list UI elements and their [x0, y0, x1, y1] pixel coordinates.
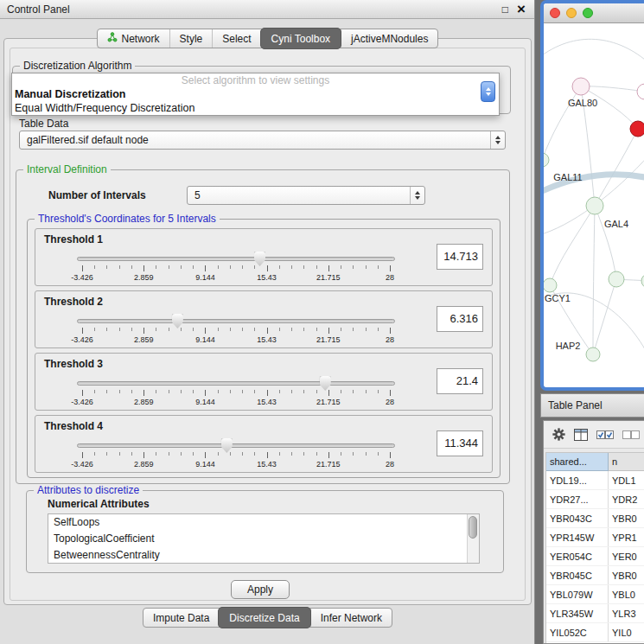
- network-window-titlebar[interactable]: [544, 3, 644, 23]
- slider-tick-labels: -3.4262.8599.14415.4321.71528: [82, 460, 390, 469]
- algorithm-dropdown-popup: Select algorithm to view settings Manual…: [11, 73, 500, 116]
- table-data-combo-value: galFiltered.sif default node: [27, 131, 149, 149]
- tab-select[interactable]: Select: [212, 29, 260, 48]
- close-icon[interactable]: ×: [517, 1, 526, 18]
- table-panel: shared...n YDL19...YDL1YDR27...YDR2YBR04…: [543, 420, 644, 644]
- threshold-value-field[interactable]: 14.713: [437, 244, 483, 270]
- network-node[interactable]: [630, 121, 644, 137]
- network-node[interactable]: [609, 271, 624, 287]
- algorithm-group-title: Discretization Algorithm: [20, 60, 135, 72]
- bottom-tab-bar-row: Impute DataDiscretize DataInfer Network: [0, 608, 535, 628]
- table-row[interactable]: YLR345WYLR3: [546, 604, 644, 623]
- tab-cyni-toolbox[interactable]: Cyni Toolbox: [260, 28, 341, 49]
- algorithm-combo-button[interactable]: [481, 81, 495, 102]
- threshold-slider[interactable]: -3.4262.8599.14415.4321.71528: [77, 252, 395, 284]
- network-node[interactable]: [544, 278, 557, 292]
- attribute-list[interactable]: SelfLoopsTopologicalCoefficientBetweenne…: [48, 513, 480, 564]
- slider-handle[interactable]: [254, 252, 265, 266]
- network-node-label: GCY1: [545, 293, 571, 303]
- slider-ticks: [82, 328, 390, 335]
- threshold-label: Threshold 1: [44, 233, 103, 245]
- table-cell: YLR345W: [546, 604, 609, 622]
- table-row[interactable]: YDR27...YDR2: [546, 490, 644, 509]
- threshold-slider[interactable]: -3.4262.8599.14415.4321.71528: [77, 376, 395, 409]
- interval-definition-title: Interval Definition: [23, 163, 111, 175]
- table-row[interactable]: YER054CYER0: [546, 547, 644, 566]
- number-of-intervals-label: Number of Intervals: [48, 189, 146, 201]
- table-header-row: shared...n: [546, 453, 644, 471]
- tab-network[interactable]: Network: [98, 29, 169, 48]
- table-cell: YDL1: [609, 471, 644, 489]
- slider-track: [77, 443, 395, 448]
- list-scrollbar[interactable]: [467, 514, 479, 563]
- table-cell: YIL0: [609, 623, 644, 641]
- slider-handle[interactable]: [221, 438, 233, 453]
- tab-jactivemnodules[interactable]: jActiveMNodules: [341, 29, 437, 48]
- zoom-window-button[interactable]: [583, 8, 593, 18]
- number-of-intervals-combo[interactable]: 5: [187, 186, 425, 205]
- stepper-down-icon: [486, 92, 491, 96]
- control-panel-titlebar: Control Panel □ ×: [0, 0, 534, 19]
- network-node[interactable]: [586, 348, 600, 361]
- slider-tick-labels: -3.4262.8599.14415.4321.71528: [82, 273, 390, 282]
- table-row[interactable]: YPR145WYPR1: [546, 528, 644, 547]
- tab-discretize-data[interactable]: Discretize Data: [218, 607, 310, 628]
- network-node[interactable]: [586, 197, 603, 214]
- threshold-slider[interactable]: -3.4262.8599.14415.4321.71528: [77, 438, 395, 471]
- network-node[interactable]: [637, 84, 644, 99]
- network-node[interactable]: [572, 78, 590, 95]
- popup-option[interactable]: Equal Width/Frequency Discretization: [12, 101, 499, 115]
- apply-button[interactable]: Apply: [231, 580, 290, 599]
- tab-impute-data[interactable]: Impute Data: [143, 609, 219, 627]
- network-node-label: GAL4: [604, 219, 628, 229]
- thresholds-group: Threshold's Coordinates for 5 Intervals …: [27, 219, 501, 478]
- table-row[interactable]: YDL19...YDL1: [546, 471, 644, 490]
- table-row[interactable]: YBR045CYBR0: [546, 566, 644, 585]
- columns-icon[interactable]: [574, 429, 588, 441]
- threshold-label: Threshold 3: [44, 358, 103, 370]
- table-row[interactable]: YBR043CYBR0: [546, 509, 644, 528]
- attributes-group: Attributes to discretize Numerical Attri…: [26, 490, 504, 573]
- list-item[interactable]: SelfLoops: [48, 514, 479, 531]
- table-cell: YBR0: [609, 509, 644, 527]
- node-table: shared...n YDL19...YDL1YDR27...YDR2YBR04…: [545, 452, 644, 643]
- slider-track: [77, 319, 395, 323]
- threshold-value-field[interactable]: 11.344: [437, 430, 483, 456]
- algorithm-popup-options: Manual DiscretizationEqual Width/Frequen…: [12, 87, 499, 115]
- popup-option[interactable]: Manual Discretization: [12, 87, 499, 101]
- attributes-group-title: Attributes to discretize: [34, 484, 143, 496]
- minimize-window-button[interactable]: [566, 8, 577, 18]
- table-data-combo[interactable]: galFiltered.sif default node: [19, 131, 506, 150]
- tab-style[interactable]: Style: [169, 29, 213, 48]
- column-header[interactable]: shared...: [546, 453, 609, 471]
- tab-label: Cyni Toolbox: [271, 33, 330, 45]
- float-window-icon[interactable]: □: [502, 3, 508, 16]
- table-row[interactable]: YIL052CYIL0: [546, 623, 644, 642]
- threshold-value-field[interactable]: 6.316: [437, 306, 483, 332]
- gear-icon[interactable]: [552, 428, 565, 441]
- threshold-slider[interactable]: -3.4262.8599.14415.4321.71528: [77, 314, 395, 347]
- network-canvas[interactable]: GAL80GAL11GAL4GCY1HAP2: [544, 23, 644, 367]
- slider-handle[interactable]: [320, 376, 331, 391]
- list-item[interactable]: TopologicalCoefficient: [48, 531, 479, 547]
- slider-handle[interactable]: [172, 314, 183, 328]
- select-all-icon[interactable]: [596, 429, 614, 441]
- slider-track: [77, 381, 395, 386]
- threshold-label: Threshold 4: [44, 420, 103, 432]
- window-title: Control Panel: [7, 0, 70, 19]
- screen: Control Panel □ × NetworkStyleSelectCyni…: [0, 0, 644, 644]
- threshold-value-field[interactable]: 21.4: [437, 368, 483, 394]
- tab-label: Impute Data: [153, 612, 209, 624]
- network-node[interactable]: [544, 153, 549, 167]
- threshold-box-4: Threshold 4-3.4262.8599.14415.4321.71528…: [35, 415, 493, 473]
- titlebar-buttons: □ ×: [502, 0, 526, 19]
- select-none-icon[interactable]: [622, 429, 640, 441]
- table-cell: YBR0: [609, 566, 644, 584]
- table-row[interactable]: YBL079WYBL0: [546, 585, 644, 604]
- scrollbar-thumb[interactable]: [469, 516, 477, 539]
- tab-infer-network[interactable]: Infer Network: [310, 609, 392, 627]
- list-item[interactable]: BetweennessCentrality: [48, 547, 479, 564]
- column-header[interactable]: n: [609, 453, 644, 471]
- network-node-label: HAP2: [556, 341, 581, 351]
- close-window-button[interactable]: [550, 8, 560, 18]
